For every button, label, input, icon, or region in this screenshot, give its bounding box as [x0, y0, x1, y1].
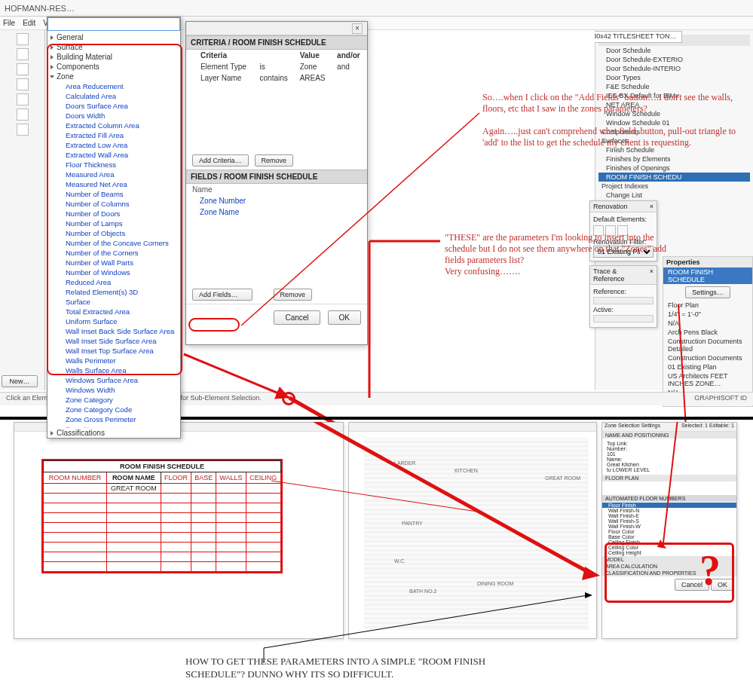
popup-group-zone[interactable]: Zone [47, 72, 180, 81]
active-slider[interactable] [593, 315, 654, 322]
zone-param-total-extracted-area[interactable]: Total Extracted Area [47, 307, 180, 316]
props-row: Arch Pens Black [663, 328, 752, 337]
fields-section-header: FIELDS / ROOM FINISH SCHEDULE [186, 170, 367, 184]
zone-param-zone-category-code[interactable]: Zone Category Code [47, 405, 180, 414]
wall-tool-icon[interactable] [17, 63, 29, 75]
menu-edit[interactable]: Edit [23, 19, 35, 27]
close-icon[interactable]: × [650, 203, 654, 210]
nav-door-schedule[interactable]: Door Schedule [598, 46, 750, 55]
nav-door-schedule-interio[interactable]: Door Schedule-INTERIO [598, 64, 750, 73]
arrow-tool-icon[interactable] [17, 33, 29, 45]
popup-group-general[interactable]: General [47, 32, 180, 42]
automated-floor-numbers-header[interactable]: AUTOMATED FLOOR NUMBERS [602, 495, 736, 502]
popup-search-input[interactable] [47, 17, 180, 31]
zone-setting-wall-finish-s[interactable]: Wall Finish-S [602, 518, 736, 524]
zone-setting-wall-finish-n[interactable]: Wall Finish-N [602, 508, 736, 513]
zone-param-number-of-columns[interactable]: Number of Columns [47, 199, 180, 209]
graphisoft-id[interactable]: GRAPHISOFT ID [694, 394, 747, 404]
reference-slider[interactable] [593, 297, 654, 304]
tool-palette[interactable]: New… [0, 30, 45, 390]
zone-param-surface[interactable]: Surface [47, 297, 180, 307]
popup-group-surface[interactable]: Surface [47, 42, 180, 52]
zone-param-extracted-column-area[interactable]: Extracted Column Area [47, 121, 180, 130]
ok-button[interactable]: OK [328, 310, 361, 325]
zone-param-extracted-fill-area[interactable]: Extracted Fill Area [47, 130, 180, 140]
zone-param-zone-gross-perimeter[interactable]: Zone Gross Perimeter [47, 414, 180, 424]
zone-param-floor-thickness[interactable]: Floor Thickness [47, 160, 180, 170]
mini-layout-window: ROOM FINISH SCHEDULE ROOM NUMBERROOM NAM… [14, 422, 344, 639]
add-criteria-button[interactable]: Add Criteria… [192, 154, 249, 167]
zone-param-zone-category[interactable]: Zone Category [47, 395, 180, 405]
zone-setting-wall-finish-e[interactable]: Wall Finish-E [602, 513, 736, 518]
zone-param-number-of-wall-parts[interactable]: Number of Wall Parts [47, 258, 180, 267]
zone-param-area-reducement[interactable]: Area Reducement [47, 81, 180, 91]
add-fields-button[interactable]: Add Fields… [192, 289, 253, 301]
zone-param-number-of-the-corners[interactable]: Number of the Corners [47, 248, 180, 258]
nav-room-finish-schedule[interactable]: ROOM FINISH SCHEDU [598, 173, 750, 182]
props-row: Construction Documents [663, 353, 752, 362]
remove-criteria-button[interactable]: Remove [255, 154, 294, 167]
tab-titlesheet[interactable]: [30x42 TITLESHEET TON… [586, 31, 682, 43]
zone-param-wall-inset-side-surface-area[interactable]: Wall Inset Side Surface Area [47, 336, 180, 346]
slab-tool-icon[interactable] [17, 109, 29, 121]
criteria-table: CriteriaValueand/or Element TypeisZonean… [186, 50, 367, 84]
annotation-note-1: So….when I click on the "Add Fields" but… [482, 92, 739, 148]
nav-door-types[interactable]: Door Types [598, 73, 750, 82]
menu-file[interactable]: File [3, 19, 15, 27]
window-tool-icon[interactable] [17, 93, 29, 105]
nav-door-schedule-exterio[interactable]: Door Schedule-EXTERIO [598, 55, 750, 64]
zone-param-number-of-windows[interactable]: Number of Windows [47, 267, 180, 277]
props-row: 01 Existing Plan [663, 362, 752, 371]
door-tool-icon[interactable] [17, 78, 29, 90]
zone-param-number-of-objects[interactable]: Number of Objects [47, 228, 180, 238]
nav-f-e-schedule[interactable]: F&E Schedule [598, 82, 750, 91]
popup-group-building-material[interactable]: Building Material [47, 52, 180, 62]
popup-group-classifications[interactable]: Classifications [47, 428, 180, 438]
zone-param-reduced-area[interactable]: Reduced Area [47, 277, 180, 287]
nav-indexes-header[interactable]: Project Indexes [598, 182, 750, 191]
props-settings-button[interactable]: Settings… [685, 286, 730, 298]
cancel-button[interactable]: Cancel [274, 310, 320, 325]
zone-param-number-of-beams[interactable]: Number of Beams [47, 189, 180, 199]
field-zone-name[interactable]: Zone Name [186, 206, 367, 218]
zone-tool-icon[interactable] [17, 124, 29, 136]
close-icon[interactable]: × [352, 23, 363, 34]
zone-param-doors-width[interactable]: Doors Width [47, 111, 180, 121]
zone-param-windows-width[interactable]: Windows Width [47, 385, 180, 395]
zone-param-wall-inset-top-surface-area[interactable]: Wall Inset Top Surface Area [47, 346, 180, 356]
nav-finishes-of-openings[interactable]: Finishes of Openings [598, 164, 750, 173]
zone-setting-floor-color[interactable]: Floor Color [602, 529, 736, 534]
zone-param-walls-perimeter[interactable]: Walls Perimeter [47, 356, 180, 365]
scheme-settings-dialog[interactable]: × CRITERIA / ROOM FINISH SCHEDULE Criter… [185, 21, 368, 345]
remove-field-button[interactable]: Remove [274, 289, 313, 301]
zone-param-measured-area[interactable]: Measured Area [47, 170, 180, 179]
new-button[interactable]: New… [2, 375, 38, 387]
properties-panel[interactable]: Properties ROOM FINISH SCHEDULE Settings… [663, 256, 753, 407]
field-zone-number[interactable]: Zone Number [186, 195, 367, 206]
zone-param-extracted-low-area[interactable]: Extracted Low Area [47, 140, 180, 150]
zone-param-list[interactable]: Area ReducementCalculated AreaDoors Surf… [47, 81, 180, 428]
nav-change-list[interactable]: Change List [598, 191, 750, 200]
zone-param-measured-net-area[interactable]: Measured Net Area [47, 179, 180, 189]
zone-param-walls-surface-area[interactable]: Walls Surface Area [47, 365, 180, 375]
zone-param-windows-surface-area[interactable]: Windows Surface Area [47, 375, 180, 385]
annotation-note-3: HOW TO GET THESE PARAMETERS INTO A SIMPL… [185, 656, 510, 681]
mini-zone-settings-window[interactable]: Zone Selection Settings Selected: 1 Edit… [601, 422, 737, 639]
zone-setting-base-color[interactable]: Base Color [602, 534, 736, 540]
popup-group-components[interactable]: Components [47, 62, 180, 72]
zone-param-wall-inset-back-side-surface-area[interactable]: Wall Inset Back Side Surface Area [47, 326, 180, 336]
zone-param-related-element-s-3d[interactable]: Related Element(s) 3D [47, 287, 180, 297]
marquee-tool-icon[interactable] [17, 48, 29, 60]
zone-param-calculated-area[interactable]: Calculated Area [47, 91, 180, 101]
zone-param-uniform-surface[interactable]: Uniform Surface [47, 316, 180, 326]
zone-param-number-of-the-concave-corners[interactable]: Number of the Concave Corners [47, 238, 180, 248]
zone-param-extracted-wall-area[interactable]: Extracted Wall Area [47, 150, 180, 160]
zone-param-number-of-lamps[interactable]: Number of Lamps [47, 219, 180, 228]
zone-setting-wall-finish-w[interactable]: Wall Finish-W [602, 524, 736, 529]
add-fields-popup[interactable]: GeneralSurfaceBuilding MaterialComponent… [47, 17, 181, 439]
nav-finishes-by-elements[interactable]: Finishes by Elements [598, 154, 750, 164]
zone-setting-floor-finish[interactable]: Floor Finish [602, 503, 736, 508]
dialog-titlebar[interactable]: × [186, 22, 367, 35]
zone-param-doors-surface-area[interactable]: Doors Surface Area [47, 101, 180, 111]
zone-param-number-of-doors[interactable]: Number of Doors [47, 209, 180, 219]
